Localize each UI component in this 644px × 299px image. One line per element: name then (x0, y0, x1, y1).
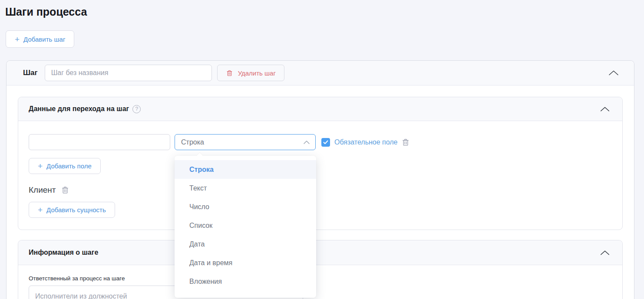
dropdown-option[interactable]: Список (175, 216, 316, 235)
trash-icon (401, 138, 410, 147)
delete-step-button-label: Удалить шаг (238, 69, 276, 77)
add-step-button-label: Добавить шаг (23, 36, 65, 43)
chevron-up-icon (600, 250, 610, 256)
transition-section-body: Строка Строка Текст (18, 121, 622, 230)
delete-entity-button[interactable] (61, 185, 69, 195)
info-section-body: Ответственный за процесс на шаге Исполни… (18, 265, 622, 299)
field-type-select-wrap: Строка Строка Текст (175, 134, 316, 150)
responsible-label: Ответственный за процесс на шаге (29, 275, 612, 282)
help-icon[interactable]: ? (132, 105, 141, 113)
add-entity-button[interactable]: + Добавить сущность (29, 202, 115, 218)
required-checkbox-label[interactable]: Обязательное поле (334, 138, 398, 146)
transition-section-title: Данные для перехода на шаг (29, 105, 129, 113)
collapse-info-button[interactable] (598, 248, 612, 258)
transition-section-header: Данные для перехода на шаг ? (18, 97, 622, 121)
chevron-up-icon (303, 140, 310, 145)
dropdown-option-selected[interactable]: Строка (175, 160, 316, 179)
transition-section: Данные для перехода на шаг ? (18, 97, 623, 230)
chevron-up-icon (600, 106, 610, 112)
chevron-up-icon (608, 69, 619, 76)
trash-icon (226, 69, 233, 77)
page-title: Шаги процесса (5, 6, 644, 18)
step-card-body: Данные для перехода на шаг ? (7, 85, 634, 299)
checkmark-icon (323, 140, 328, 145)
dropdown-option[interactable]: Число (175, 197, 316, 216)
required-checkbox[interactable] (321, 138, 330, 147)
plus-icon: + (38, 206, 43, 214)
delete-field-button[interactable] (401, 138, 410, 147)
dropdown-option[interactable]: Вложения (175, 272, 316, 291)
add-entity-button-label: Добавить сущность (46, 206, 106, 214)
add-step-button[interactable]: + Добавить шаг (6, 30, 74, 48)
field-name-input[interactable] (29, 134, 170, 150)
delete-step-button[interactable]: Удалить шаг (217, 65, 284, 81)
step-label: Шаг (23, 69, 38, 77)
field-type-dropdown: Строка Текст Число Список Дата Дата и вр… (175, 156, 316, 298)
collapse-step-button[interactable] (606, 68, 621, 78)
entity-row: Клиент (29, 185, 612, 195)
field-type-select[interactable]: Строка (175, 134, 316, 150)
plus-icon: + (38, 162, 43, 170)
info-section-header: Информация о шаге (18, 240, 622, 265)
step-card-header: Шаг Удалить шаг (7, 61, 634, 85)
dropdown-option[interactable]: Дата и время (175, 253, 316, 272)
dropdown-option[interactable]: Текст (175, 179, 316, 197)
info-section: Информация о шаге Ответственный за проце… (18, 240, 623, 299)
entity-name: Клиент (29, 185, 56, 195)
add-field-button[interactable]: + Добавить поле (29, 158, 101, 174)
plus-icon: + (15, 35, 20, 43)
step-name-input[interactable] (45, 65, 212, 81)
add-field-button-label: Добавить поле (46, 162, 92, 170)
info-section-title: Информация о шаге (29, 249, 98, 256)
dropdown-option[interactable]: Дата (175, 235, 316, 253)
field-row: Строка Строка Текст (29, 134, 612, 150)
step-card: Шаг Удалить шаг Данные (6, 60, 634, 299)
trash-icon (61, 185, 69, 195)
field-type-select-value: Строка (181, 138, 303, 146)
collapse-transition-button[interactable] (598, 104, 612, 114)
